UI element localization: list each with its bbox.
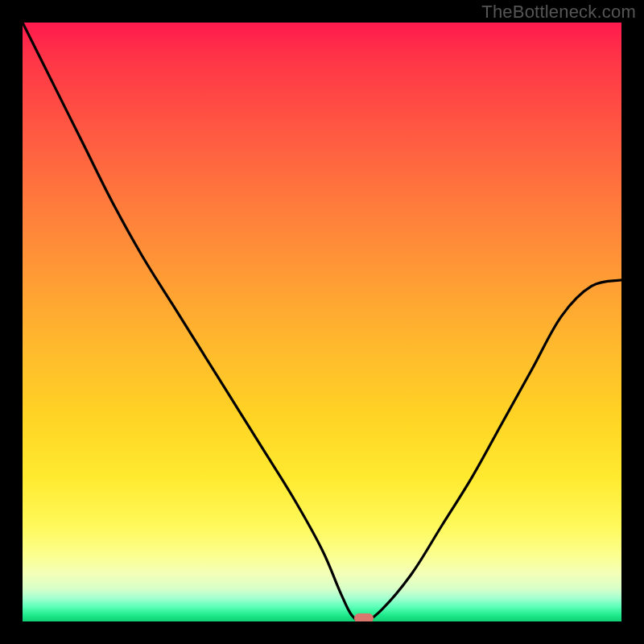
curve-path — [23, 23, 621, 621]
plot-area — [23, 23, 621, 621]
chart-frame: TheBottleneck.com — [0, 0, 644, 644]
bottleneck-curve — [23, 23, 621, 621]
optimal-point-marker — [354, 613, 374, 621]
watermark-text: TheBottleneck.com — [481, 2, 636, 23]
